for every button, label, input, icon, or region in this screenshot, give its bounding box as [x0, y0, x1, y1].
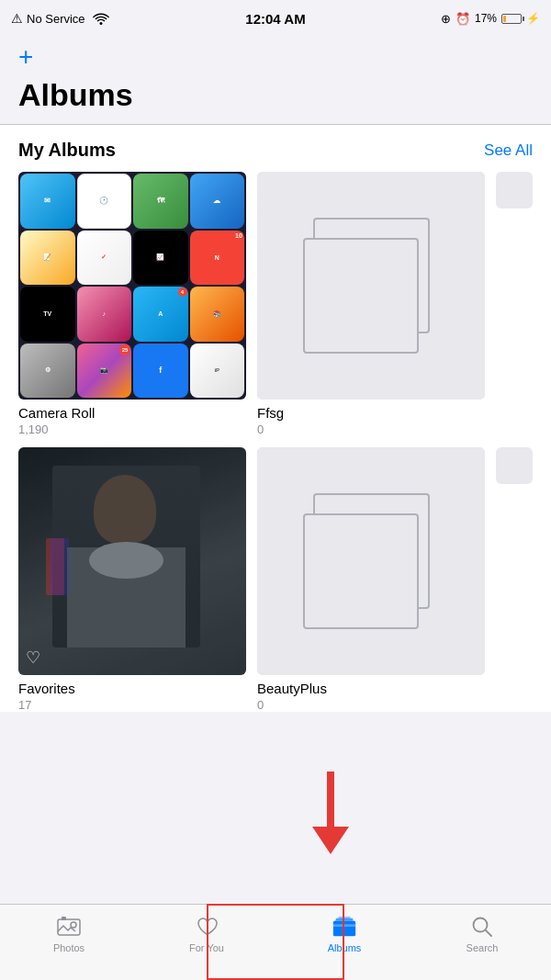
- album-count-favorites: 17: [18, 698, 246, 712]
- app-icon-itunes: ♪: [77, 287, 132, 342]
- album-name-camera-roll: Camera Roll: [18, 405, 246, 421]
- annotation-arrow: [312, 772, 349, 854]
- my-albums-title: My Albums: [18, 140, 116, 161]
- app-icon-books: 📚: [190, 287, 245, 342]
- album-count-ffsg: 0: [257, 422, 485, 436]
- svg-point-2: [71, 922, 76, 928]
- wifi-icon: [93, 12, 109, 25]
- heart-overlay: ♡: [26, 648, 40, 668]
- see-all-button[interactable]: See All: [484, 141, 533, 160]
- app-icon-settings: ⚙: [20, 344, 75, 399]
- tab-search[interactable]: Search: [413, 914, 551, 953]
- svg-rect-4: [333, 920, 355, 936]
- status-right: ⊕ ⏰ 17% ⚡: [441, 12, 540, 26]
- battery-indicator: [501, 14, 522, 24]
- app-icon-reminders: ✓: [77, 231, 132, 286]
- app-icon-ibis: iP: [190, 344, 245, 399]
- photos-icon: [56, 914, 82, 940]
- charging-icon: ⚡: [526, 12, 540, 25]
- app-icon-news: 10 N: [190, 231, 245, 286]
- album-grid-row2: ♡ Favorites 17 BeautyPlus 0: [18, 447, 533, 712]
- alarm-icon: ⏰: [455, 12, 470, 26]
- tab-albums[interactable]: Albums: [276, 914, 413, 953]
- tab-bar: Photos For You Albums S: [0, 904, 551, 980]
- album-grid-row1: ✉ 🕐 🗺 ☁ 📝 ✓ 📈 10 N TV ♪ 4 A: [18, 172, 533, 436]
- album-name-favorites: Favorites: [18, 681, 246, 696]
- tab-photos-label: Photos: [53, 942, 84, 953]
- app-icon-appletv: TV: [20, 287, 75, 342]
- svg-point-8: [474, 918, 488, 932]
- search-icon: [469, 914, 495, 940]
- album-beautyplus[interactable]: BeautyPlus 0: [257, 447, 485, 712]
- tab-for-you[interactable]: For You: [138, 914, 276, 953]
- page-title: Albums: [18, 77, 533, 113]
- status-left: ⚠ No Service: [11, 11, 109, 26]
- album-count-beautyplus: 0: [257, 698, 485, 712]
- svg-rect-3: [62, 917, 66, 920]
- status-time: 12:04 AM: [245, 11, 305, 27]
- svg-rect-6: [338, 917, 350, 919]
- album-ffsg[interactable]: Ffsg 0: [257, 172, 485, 436]
- beautyplus-thumb: [257, 447, 485, 675]
- album-p-partial[interactable]: [496, 447, 533, 712]
- section-header: My Albums See All: [18, 140, 533, 161]
- add-button[interactable]: +: [18, 44, 33, 70]
- p-thumb: [496, 447, 533, 484]
- app-icon-notes: 📝: [20, 231, 75, 286]
- empty-stack-2: [303, 493, 440, 630]
- tab-albums-label: Albums: [328, 942, 362, 953]
- app-icon-stocks: 📈: [133, 231, 188, 286]
- app-icon-instagram: 25 📷: [77, 344, 132, 399]
- app-icon-weather: ☁: [190, 174, 245, 229]
- for-you-icon: [194, 914, 219, 940]
- camera-roll-thumb: ✉ 🕐 🗺 ☁ 📝 ✓ 📈 10 N TV ♪ 4 A: [18, 172, 246, 400]
- red-arrow-shape: [312, 772, 349, 854]
- tab-search-label: Search: [467, 942, 499, 953]
- screen-record-icon: ⊕: [441, 12, 451, 26]
- app-icon-facebook: f: [133, 344, 188, 399]
- svg-line-9: [486, 930, 491, 936]
- app-icon-clock: 🕐: [77, 174, 132, 229]
- no-service-label: No Service: [27, 12, 85, 26]
- battery-percent-label: 17%: [475, 12, 497, 25]
- empty-stack: [303, 218, 440, 355]
- album-camera-roll[interactable]: ✉ 🕐 🗺 ☁ 📝 ✓ 📈 10 N TV ♪ 4 A: [18, 172, 246, 436]
- favorites-thumb: ♡: [18, 447, 246, 675]
- tab-photos[interactable]: Photos: [0, 914, 138, 953]
- albums-icon: [332, 914, 357, 940]
- svg-point-0: [99, 22, 102, 25]
- ir-thumb: [496, 172, 533, 208]
- status-bar: ⚠ No Service 12:04 AM ⊕ ⏰ 17% ⚡: [0, 0, 551, 37]
- album-name-beautyplus: BeautyPlus: [257, 681, 485, 696]
- album-count-camera-roll: 1,190: [18, 422, 246, 436]
- app-icon-maps: 🗺: [133, 174, 188, 229]
- app-icon-mail: ✉: [20, 174, 75, 229]
- app-icon-appstore: 4 A: [133, 287, 188, 342]
- album-ir-partial[interactable]: [496, 172, 533, 436]
- albums-content: My Albums See All ✉ 🕐 🗺 ☁ 📝 ✓ 📈 10 N: [0, 125, 551, 712]
- tab-for-you-label: For You: [189, 942, 224, 953]
- svg-rect-7: [333, 924, 355, 927]
- warning-icon: ⚠: [11, 11, 23, 26]
- album-favorites[interactable]: ♡ Favorites 17: [18, 447, 246, 712]
- album-name-ffsg: Ffsg: [257, 405, 485, 421]
- ffsg-thumb: [257, 172, 485, 400]
- header: + Albums: [0, 37, 551, 113]
